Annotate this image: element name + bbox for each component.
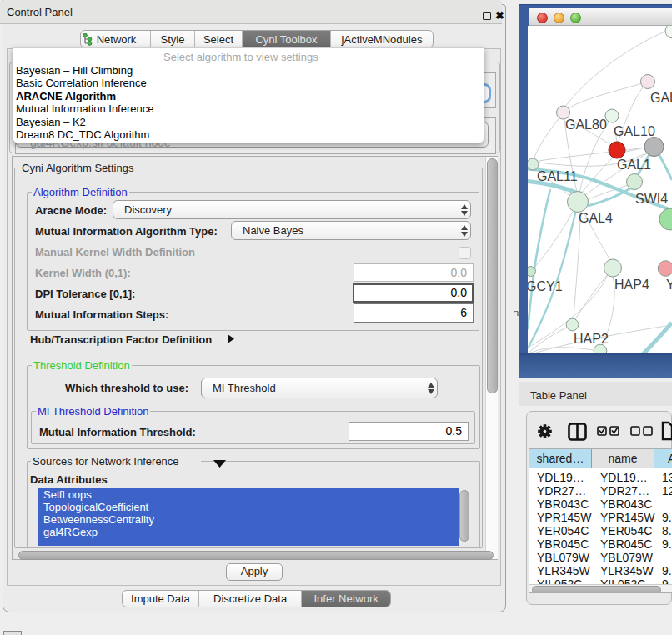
- svg-text:Y: Y: [666, 278, 672, 292]
- svg-text:GAL10: GAL10: [614, 124, 655, 138]
- svg-text:GAL1: GAL1: [617, 158, 651, 172]
- svg-text:SWI4: SWI4: [635, 192, 668, 206]
- svg-text:GCY1: GCY1: [528, 279, 563, 293]
- svg-text:GAL80: GAL80: [565, 118, 607, 132]
- svg-text:HAP4: HAP4: [614, 278, 649, 292]
- svg-text:HAP2: HAP2: [574, 332, 609, 346]
- svg-text:GAL11: GAL11: [537, 169, 578, 183]
- svg-text:GAL4: GAL4: [579, 211, 613, 225]
- svg-text:GAL2: GAL2: [650, 91, 672, 105]
